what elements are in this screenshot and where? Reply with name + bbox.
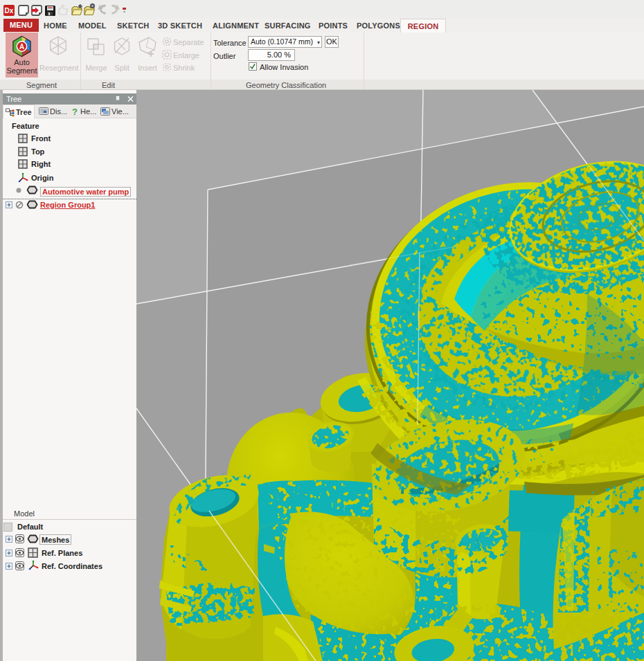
svg-text:?: ? bbox=[72, 107, 78, 117]
svg-text:A: A bbox=[19, 43, 24, 51]
svg-text:Dx: Dx bbox=[5, 7, 14, 15]
